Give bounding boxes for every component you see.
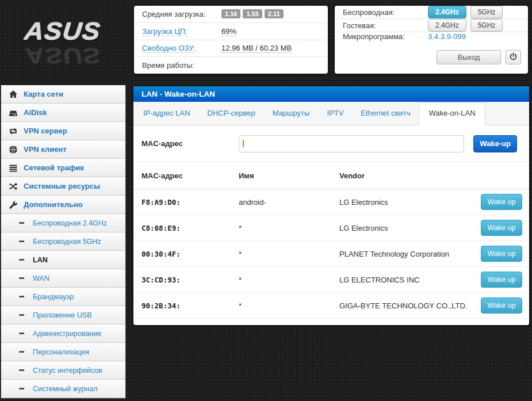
- info-row: Беспроводная: 2.4GHz5GHz: [335, 6, 528, 19]
- sidebar-item[interactable]: Карта сети: [1, 85, 125, 104]
- band-toggle-button[interactable]: 2.4GHz: [428, 6, 466, 18]
- minus-icon: [18, 219, 26, 227]
- name-cell: *: [239, 276, 339, 284]
- sidebar-item[interactable]: Беспроводная 5GHz: [1, 232, 125, 251]
- tab-wake-on-lan[interactable]: Wake-on-LAN: [419, 102, 485, 125]
- repeat-icon: [9, 127, 18, 136]
- name-cell: *: [239, 250, 339, 258]
- sidebar-item[interactable]: Беспроводная 2.4GHz: [1, 214, 125, 232]
- sidebar-item[interactable]: Администрирование: [1, 324, 125, 343]
- vendor-cell: GIGA-BYTE TECHNOLOGY CO.,LTD.: [339, 301, 472, 310]
- sidebar-item[interactable]: LAN: [1, 251, 125, 269]
- sidebar-item[interactable]: Брандмауэр: [1, 288, 125, 306]
- vendor-cell: LG Electronics: [339, 198, 472, 207]
- info-label: Время работы:: [142, 61, 221, 70]
- wake-up-row-button[interactable]: Wake up: [481, 194, 522, 210]
- minus-icon: [18, 238, 26, 245]
- page-title: LAN - Wake-on-LAN: [133, 86, 529, 102]
- sidebar-item-label: VPN клиент: [24, 145, 67, 154]
- info-value[interactable]: 69%: [221, 27, 236, 36]
- sidebar-item[interactable]: Приложение USB: [1, 306, 125, 324]
- sidebar-item[interactable]: Системный журнал: [1, 380, 125, 398]
- mac-address-label: MAC-адрес: [141, 139, 239, 148]
- info-label[interactable]: Загрузка ЦП:: [142, 27, 221, 36]
- minus-icon: [18, 385, 26, 392]
- mac-cell: F8:A9:D0:: [141, 198, 239, 207]
- sidebar-item-label: VPN сервер: [24, 127, 67, 135]
- sidebar-item-label: Беспроводная 5GHz: [33, 238, 101, 246]
- tab-ethernet-[interactable]: Ethernet свитч: [352, 102, 419, 125]
- vendor-cell: LG Electronics: [339, 224, 472, 232]
- wake-up-row-button[interactable]: Wake up: [481, 272, 522, 288]
- vendor-cell: LG ELECTRONICS INC: [339, 276, 472, 284]
- tab--[interactable]: Маршруты: [264, 102, 319, 125]
- table-row: 3C:CD:93: * LG ELECTRONICS INC Wake up: [133, 267, 529, 293]
- asus-logo-text: ASUS: [24, 18, 102, 43]
- wake-up-submit-button[interactable]: Wake-up: [473, 135, 517, 152]
- tab-dhcp-[interactable]: DHCP-сервер: [198, 102, 263, 125]
- info-value[interactable]: 12.96 MB / 60.23 MB: [221, 44, 292, 52]
- system-status-panel: Средняя загрузка: 1.161.552.11 Загрузка …: [134, 6, 328, 74]
- load-badge: 1.16: [221, 9, 240, 18]
- sidebar-item[interactable]: VPN сервер: [1, 122, 125, 140]
- mac-cell: 90:2B:34:: [141, 301, 239, 310]
- sidebar-item-label: Сетевой трафик: [24, 163, 84, 172]
- sidebar-item[interactable]: AiDisk: [1, 104, 125, 122]
- info-label[interactable]: Свободно ОЗУ:: [142, 44, 221, 52]
- band-toggle-button[interactable]: 5GHz: [470, 6, 503, 18]
- wireless-rows: Беспроводная: 2.4GHz5GHz Гостевая: 2.4GH…: [335, 6, 528, 41]
- text-caret: [243, 140, 244, 147]
- minus-icon: [18, 293, 26, 300]
- sidebar-item[interactable]: VPN клиент: [1, 140, 125, 159]
- table-row: 00:30:4F: * PLANET Technology Corporatio…: [133, 241, 529, 267]
- minus-icon: [18, 311, 26, 319]
- wol-form-row: MAC-адрес Wake-up: [133, 125, 529, 162]
- table-row: 90:2B:34: * GIGA-BYTE TECHNOLOGY CO.,LTD…: [133, 293, 529, 319]
- sidebar-item[interactable]: WAN: [1, 269, 125, 288]
- minus-icon: [18, 330, 26, 337]
- band-toggle-button[interactable]: 5GHz: [470, 19, 503, 32]
- wake-up-row-button[interactable]: Wake up: [481, 220, 522, 236]
- table-row: C8:08:E9: * LG Electronics Wake up: [133, 215, 529, 241]
- globe-icon: [9, 145, 18, 154]
- sidebar-nav: Карта сети AiDisk VPN сервер VPN клиент …: [1, 85, 126, 399]
- vendor-cell: PLANET Technology Corporation: [339, 250, 472, 258]
- sidebar-item[interactable]: Статус интерфейсов: [1, 361, 125, 380]
- home-icon: [9, 90, 18, 99]
- tab-ip-lan[interactable]: IP-адрес LAN: [135, 102, 198, 125]
- sidebar-item-label: Брандмауэр: [33, 293, 74, 301]
- info-row: Микропрограмма: 3.4.3.9-099: [335, 32, 528, 41]
- info-row: Время работы:: [134, 57, 328, 74]
- col-header-mac: MAC-адрес: [141, 171, 239, 180]
- info-row: Свободно ОЗУ: 12.96 MB / 60.23 MB: [134, 40, 328, 58]
- sidebar-item[interactable]: Сетевой трафик: [1, 159, 125, 177]
- hdd-icon: [9, 108, 18, 117]
- sidebar-item[interactable]: Дополнительно: [1, 196, 125, 214]
- info-label: Гостевая:: [343, 21, 428, 30]
- reboot-button[interactable]: [506, 50, 521, 64]
- sidebar-item-label: Системные ресурсы: [24, 182, 100, 190]
- minus-icon: [18, 348, 26, 356]
- logout-button[interactable]: Выход: [437, 50, 501, 64]
- mac-input-wrap: [239, 135, 464, 152]
- wake-up-row-button[interactable]: Wake up: [481, 297, 522, 314]
- minus-icon: [18, 366, 26, 374]
- band-toggle-button[interactable]: 2.4GHz: [428, 19, 466, 32]
- main-content-panel: LAN - Wake-on-LAN IP-адрес LANDHCP-серве…: [133, 86, 529, 325]
- minus-icon: [18, 256, 26, 263]
- load-badge: 1.55: [243, 9, 262, 18]
- wake-up-row-button[interactable]: Wake up: [481, 246, 522, 262]
- sidebar-item[interactable]: Персонализация: [1, 343, 125, 361]
- name-cell: *: [239, 301, 339, 310]
- sidebar-item[interactable]: Системные ресурсы: [1, 177, 125, 196]
- sidebar-item-label: Администрирование: [33, 330, 101, 338]
- name-cell: *: [239, 224, 339, 232]
- info-row: Средняя загрузка: 1.161.552.11: [134, 6, 328, 23]
- wol-table-body: F8:A9:D0: android- LG Electronics Wake u…: [133, 189, 529, 319]
- mac-cell: 3C:CD:93:: [141, 276, 239, 284]
- info-label: Средняя загрузка:: [142, 10, 221, 18]
- tab-iptv[interactable]: IPTV: [318, 102, 352, 125]
- mac-address-input[interactable]: [239, 135, 464, 152]
- sidebar-item-label: AiDisk: [24, 108, 47, 117]
- name-cell: android-: [239, 198, 339, 207]
